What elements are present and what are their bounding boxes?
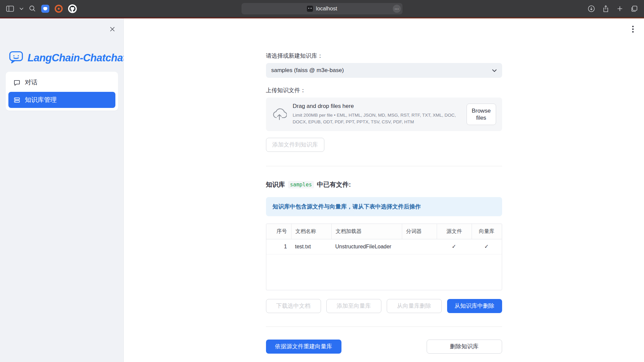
site-favicon [307, 6, 313, 12]
new-tab-icon[interactable] [616, 5, 623, 12]
delete-from-kb-button[interactable]: 从知识库中删除 [447, 299, 502, 313]
downloads-icon[interactable] [588, 5, 595, 12]
sidebar: LangChain-Chatchat 对话 知识库管理 [0, 18, 124, 362]
table-row[interactable]: 1 test.txt UnstructuredFileLoader ✓ ✓ [266, 239, 502, 254]
extension-blue-icon[interactable] [41, 5, 49, 13]
app-menu-icon[interactable] [631, 24, 635, 36]
file-actions: 下载选中文档 添加至向量库 从向量库删除 从知识库中删除 [266, 299, 502, 313]
browser-toolbar: localhost ⋯ [0, 0, 644, 17]
logo-chat-icon [9, 50, 23, 66]
divider [266, 166, 502, 166]
sidebar-item-label: 对话 [25, 78, 38, 87]
rebuild-vectorstore-button[interactable]: 依据源文件重建向量库 [266, 340, 341, 354]
share-icon[interactable] [602, 5, 609, 13]
table-header-row: 序号 文档名称 文档加载器 分词器 源文件 向量库 [266, 224, 502, 239]
search-icon[interactable] [29, 5, 36, 12]
address-text: localhost [316, 6, 337, 12]
add-files-button[interactable]: 添加文件到知识库 [266, 138, 324, 152]
col-header-loader: 文档加载器 [331, 224, 402, 239]
col-header-source: 源文件 [437, 224, 472, 239]
sidebar-menu: 对话 知识库管理 [6, 72, 118, 111]
kb-select-value: samples (faiss @ m3e-base) [271, 67, 344, 74]
sidebar-toggle-icon[interactable] [6, 5, 14, 12]
sidebar-item-label: 知识库管理 [25, 96, 57, 104]
col-header-index: 序号 [266, 224, 291, 239]
kb-name-code: samples [288, 181, 314, 188]
files-table[interactable]: 序号 文档名称 文档加载器 分词器 源文件 向量库 1 test.txt Uns… [266, 224, 502, 290]
extension-orange-icon[interactable] [55, 5, 63, 13]
kb-global-actions: 依据源文件重建向量库 删除知识库 [266, 340, 502, 354]
cell-loader: UnstructuredFileLoader [331, 239, 402, 254]
uploader-hint: Limit 200MB per file • EML, HTML, JSON, … [293, 112, 461, 126]
sidebar-item-kb-management[interactable]: 知识库管理 [8, 92, 115, 108]
divider [266, 326, 502, 327]
delete-kb-button[interactable]: 删除知识库 [427, 340, 502, 354]
col-header-splitter: 分词器 [402, 224, 437, 239]
main-area: 请选择或新建知识库： samples (faiss @ m3e-base) 上传… [124, 18, 644, 362]
info-banner: 知识库中包含源文件与向量库，请从下表中选择文件后操作 [266, 197, 502, 216]
logo-text: LangChain-Chatchat [28, 52, 126, 64]
tab-overview-icon[interactable] [631, 5, 638, 12]
kb-select[interactable]: samples (faiss @ m3e-base) [266, 63, 502, 78]
kb-select-label: 请选择或新建知识库： [266, 52, 502, 60]
chat-bubble-icon [13, 79, 20, 86]
kb-heading-prefix: 知识库 [266, 180, 285, 189]
browse-files-button[interactable]: Browse files [467, 104, 496, 125]
download-selected-button[interactable]: 下载选中文档 [266, 299, 321, 313]
remove-from-vectorstore-button[interactable]: 从向量库删除 [387, 299, 442, 313]
col-header-name: 文档名称 [291, 224, 331, 239]
cell-name: test.txt [291, 239, 331, 254]
cell-vector-check: ✓ [472, 239, 502, 254]
knowledge-base-icon [13, 97, 20, 104]
cell-splitter [402, 239, 437, 254]
cloud-upload-icon [272, 108, 287, 120]
address-bar[interactable]: localhost ⋯ [241, 3, 402, 14]
sidebar-close-icon[interactable] [108, 24, 117, 34]
kb-files-heading: 知识库 samples 中已有文件: [266, 180, 502, 189]
upload-label: 上传知识文件： [266, 86, 502, 94]
app-logo: LangChain-Chatchat [9, 50, 124, 66]
page-settings-icon[interactable]: ⋯ [393, 5, 401, 13]
add-to-vectorstore-button[interactable]: 添加至向量库 [326, 299, 381, 313]
file-uploader-dropzone[interactable]: Drag and drop files here Limit 200MB per… [266, 98, 502, 131]
select-chevron-icon [492, 69, 497, 72]
cell-index: 1 [266, 239, 291, 254]
github-extension-icon[interactable] [68, 4, 77, 13]
sidebar-item-dialogue[interactable]: 对话 [8, 74, 115, 90]
uploader-title: Drag and drop files here [293, 103, 461, 110]
kb-heading-suffix: 中已有文件: [317, 180, 351, 189]
chevron-down-icon[interactable] [19, 7, 23, 10]
cell-source-check: ✓ [437, 239, 472, 254]
col-header-vector: 向量库 [472, 224, 502, 239]
